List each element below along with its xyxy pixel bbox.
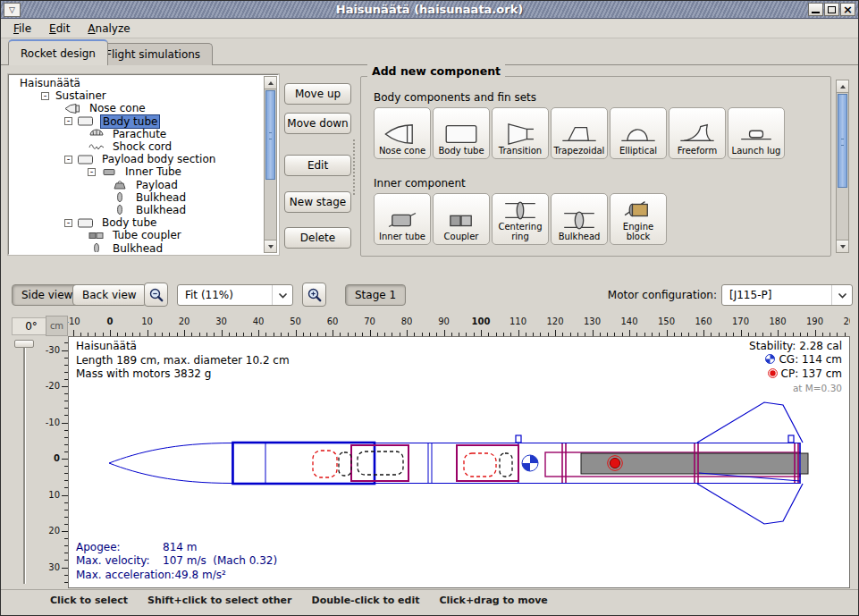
openrocket-window: ▽ Haisunäätä (haisunaata.ork) × FileEdit…: [0, 0, 859, 616]
magnifier-minus-icon[interactable]: [144, 283, 168, 307]
add-coupler-button[interactable]: Coupler: [433, 193, 490, 245]
rotation-slider-track[interactable]: [23, 348, 26, 584]
tree-item-label: Payload: [134, 179, 180, 191]
add-transition-button[interactable]: Transition: [492, 107, 549, 159]
ruler-tick: [258, 330, 259, 336]
add-centering-ring-button[interactable]: Centering ring: [492, 193, 549, 245]
tree-row[interactable]: -Inner Tube: [11, 165, 263, 178]
add-engine-block-button[interactable]: Engine block: [610, 193, 667, 245]
ruler-tick: [62, 350, 68, 351]
add-launch-lug-button[interactable]: Launch lug: [728, 107, 785, 159]
back-view-button[interactable]: Back view: [72, 284, 147, 306]
edit-button[interactable]: Edit: [284, 155, 351, 176]
ruler-label: 50: [282, 316, 309, 326]
coupler-label: Coupler: [444, 232, 479, 242]
menu-edit[interactable]: Edit: [40, 20, 79, 38]
ruler-label: 110: [505, 316, 532, 326]
ruler-label: 100: [467, 316, 494, 326]
tree-row[interactable]: Bulkhead: [11, 241, 263, 252]
rocket-mass: Mass with motors 3832 g: [76, 367, 290, 382]
magnifier-plus-icon[interactable]: [302, 283, 326, 307]
add-trapezoidal-fin-button[interactable]: Trapezoidal: [551, 107, 608, 159]
tree-row[interactable]: Haisunäätä: [11, 77, 263, 89]
expander-icon[interactable]: -: [64, 117, 72, 125]
add-component-groupbox: Body components and fin setsNose coneBod…: [360, 76, 831, 257]
upper-fin-shape: [697, 402, 803, 443]
motor-configuration-select[interactable]: [J115-P]: [721, 284, 853, 306]
menubar: FileEditAnalyze: [1, 20, 858, 38]
tree-row[interactable]: -Body tube: [11, 216, 263, 229]
flight-value: 49.8 m/s²: [174, 569, 225, 581]
splitter-handle[interactable]: [353, 139, 357, 195]
engine-block-label: Engine block: [611, 223, 665, 241]
tree-item-label: Inner Tube: [123, 165, 183, 178]
ruler-label: -30: [46, 345, 60, 355]
move-down-button[interactable]: Move down: [284, 113, 351, 134]
tree-item-label: Shock cord: [111, 140, 173, 153]
cg-marker: [522, 455, 538, 471]
ruler-tick: [778, 330, 779, 336]
add-elliptical-fin-button[interactable]: Elliptical: [610, 107, 667, 159]
rocket-canvas[interactable]: Haisunäätä Length 189 cm, max. diameter …: [68, 336, 850, 588]
group-label: Body components and fin sets: [374, 91, 536, 104]
ruler-tick: [184, 330, 185, 336]
move-up-button[interactable]: Move up: [284, 83, 351, 105]
tree-row[interactable]: Payload: [11, 179, 263, 191]
tree-row[interactable]: Shock cord: [11, 140, 263, 153]
mach-condition: at M=0.30: [749, 382, 842, 395]
component-panel-scrollbar[interactable]: [836, 80, 849, 253]
tree-row[interactable]: Nose cone: [11, 102, 263, 114]
status-hint: Double-click to edit: [312, 595, 420, 606]
add-bulkhead-button[interactable]: Bulkhead: [551, 193, 608, 245]
launch-lug-label: Launch lug: [732, 147, 781, 156]
scroll-down-icon[interactable]: [837, 240, 848, 252]
centering-ring-label: Centering ring: [493, 223, 547, 241]
flight-label: Max. acceleration:: [76, 569, 174, 583]
component-scrollbar-thumb[interactable]: [838, 94, 847, 188]
stage-1-toggle[interactable]: Stage 1: [345, 284, 406, 306]
elliptical-fin-label: Elliptical: [619, 147, 657, 156]
rotation-slider-handle[interactable]: [14, 340, 34, 348]
tab-rocket-design[interactable]: Rocket design: [8, 39, 108, 65]
tree-row[interactable]: Tube coupler: [11, 229, 263, 241]
delete-button[interactable]: Delete: [284, 227, 351, 249]
ruler-tick: [110, 330, 111, 336]
menu-file[interactable]: File: [4, 20, 40, 38]
maximize-glyph: [828, 6, 836, 13]
expander-icon[interactable]: -: [88, 168, 96, 176]
minimize-icon[interactable]: [808, 3, 823, 16]
ruler-label: 0: [46, 453, 60, 463]
tree-row[interactable]: -Body tube: [11, 115, 263, 128]
cp-legend-icon: [768, 368, 778, 382]
zoom-level-select[interactable]: Fit (11%): [177, 284, 293, 306]
tree-row[interactable]: Parachute: [11, 128, 263, 140]
tree-scrollbar-thumb[interactable]: [265, 90, 275, 180]
new-stage-button[interactable]: New stage: [284, 191, 351, 213]
maximize-icon[interactable]: [824, 3, 839, 16]
tree-row[interactable]: Bulkhead: [11, 191, 263, 204]
expander-icon[interactable]: -: [64, 219, 72, 227]
menu-analyze[interactable]: Analyze: [79, 20, 139, 38]
nose-cone-icon: [64, 103, 82, 114]
component-row: Inner tubeCouplerCentering ringBulkheadE…: [374, 193, 667, 245]
expander-icon[interactable]: -: [41, 92, 49, 100]
tree-row[interactable]: -Payload body section: [11, 153, 263, 165]
close-icon[interactable]: ×: [840, 3, 855, 16]
tree-scrollbar[interactable]: [264, 76, 277, 253]
add-inner-tube-button[interactable]: Inner tube: [374, 193, 431, 245]
tree-row[interactable]: Bulkhead: [11, 204, 263, 216]
add-nose-cone-button[interactable]: Nose cone: [374, 107, 431, 159]
add-freeform-fin-button[interactable]: Freeform: [669, 107, 726, 159]
tab-flight-simulations[interactable]: Flight simulations: [93, 43, 213, 65]
ruler-label: 20: [171, 316, 198, 326]
scroll-up-icon[interactable]: [265, 77, 276, 89]
add-body-tube-button[interactable]: Body tube: [433, 107, 490, 159]
flight-summary-block: Apogee:814 mMax. velocity:107 m/s (Mach …: [76, 541, 277, 583]
scroll-up-icon[interactable]: [837, 80, 848, 93]
expander-icon[interactable]: -: [64, 156, 72, 164]
scroll-down-icon[interactable]: [265, 240, 276, 252]
ruler-unit-label: cm: [46, 316, 68, 336]
status-hint: Click to select: [50, 595, 128, 606]
tree-row[interactable]: -Sustainer: [11, 89, 263, 102]
tree-item-label: Parachute: [111, 128, 168, 140]
